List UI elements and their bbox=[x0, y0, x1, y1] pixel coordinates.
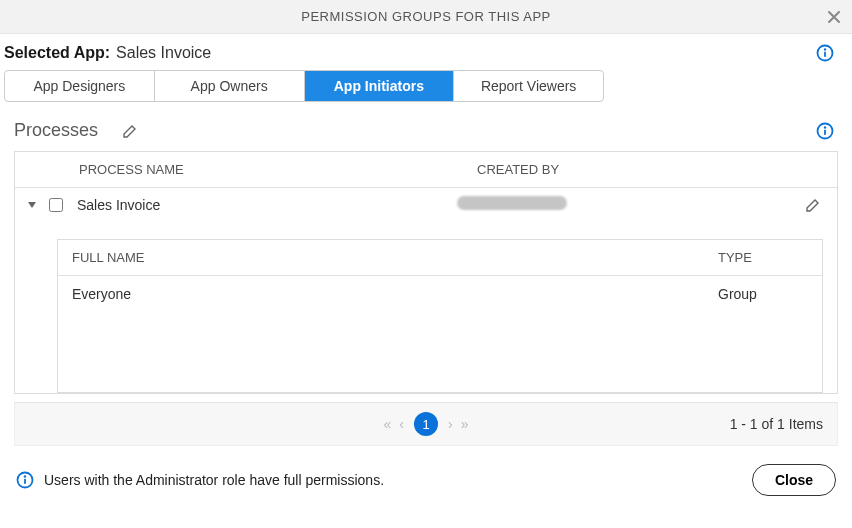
next-page-icon[interactable]: › bbox=[448, 416, 453, 432]
col-created-by: CREATED BY bbox=[417, 162, 785, 177]
processes-heading: Processes bbox=[14, 120, 98, 141]
row-checkbox[interactable] bbox=[49, 198, 63, 212]
first-page-icon[interactable]: « bbox=[384, 416, 392, 432]
info-icon bbox=[16, 471, 34, 489]
tab-report-viewers[interactable]: Report Viewers bbox=[454, 71, 603, 101]
dialog-header: PERMISSION GROUPS FOR THIS APP bbox=[0, 0, 852, 34]
list-item: Everyone Group bbox=[58, 276, 822, 312]
info-icon[interactable] bbox=[816, 122, 842, 140]
selected-app-name: Sales Invoice bbox=[116, 44, 211, 62]
sub-type: Group bbox=[718, 286, 808, 302]
pager: « ‹ 1 › » 1 - 1 of 1 Items bbox=[14, 402, 838, 446]
tab-app-owners[interactable]: App Owners bbox=[155, 71, 305, 101]
last-page-icon[interactable]: » bbox=[461, 416, 469, 432]
grid-header: PROCESS NAME CREATED BY bbox=[15, 152, 837, 188]
svg-rect-8 bbox=[24, 479, 26, 484]
info-icon[interactable] bbox=[816, 44, 842, 62]
col-edit bbox=[785, 162, 825, 177]
close-icon[interactable] bbox=[826, 9, 842, 25]
sub-fullname: Everyone bbox=[72, 286, 718, 302]
footer-message: Users with the Administrator role have f… bbox=[44, 472, 384, 488]
sub-grid-empty-space bbox=[58, 312, 822, 392]
svg-rect-2 bbox=[824, 52, 826, 57]
close-button[interactable]: Close bbox=[752, 464, 836, 496]
sub-grid: FULL NAME TYPE Everyone Group bbox=[57, 239, 823, 393]
table-row: Sales Invoice bbox=[15, 188, 837, 221]
sub-grid-header: FULL NAME TYPE bbox=[58, 240, 822, 276]
expand-icon[interactable] bbox=[27, 200, 43, 210]
processes-header: Processes bbox=[0, 116, 852, 151]
prev-page-icon[interactable]: ‹ bbox=[399, 416, 404, 432]
redacted-text bbox=[457, 196, 567, 210]
processes-grid: PROCESS NAME CREATED BY Sales Invoice FU… bbox=[14, 151, 838, 394]
tab-bar: App Designers App Owners App Initiators … bbox=[4, 70, 604, 102]
pager-count: 1 - 1 of 1 Items bbox=[730, 416, 823, 432]
col-process-name: PROCESS NAME bbox=[27, 162, 417, 177]
row-name: Sales Invoice bbox=[77, 197, 397, 213]
edit-icon[interactable] bbox=[805, 197, 825, 213]
edit-icon[interactable] bbox=[122, 123, 138, 139]
row-created-by bbox=[397, 196, 805, 213]
selected-app-row: Selected App: Sales Invoice bbox=[0, 34, 852, 70]
dialog-title: PERMISSION GROUPS FOR THIS APP bbox=[301, 9, 551, 24]
tab-app-initiators[interactable]: App Initiators bbox=[305, 71, 455, 101]
svg-point-1 bbox=[824, 48, 826, 50]
dialog-footer: Users with the Administrator role have f… bbox=[0, 446, 852, 506]
svg-point-4 bbox=[824, 126, 826, 128]
col-full-name: FULL NAME bbox=[72, 250, 718, 265]
tab-app-designers[interactable]: App Designers bbox=[5, 71, 155, 101]
page-number[interactable]: 1 bbox=[414, 412, 438, 436]
svg-point-7 bbox=[24, 475, 26, 477]
col-type: TYPE bbox=[718, 250, 808, 265]
svg-rect-5 bbox=[824, 129, 826, 134]
selected-app-label: Selected App: bbox=[4, 44, 110, 62]
